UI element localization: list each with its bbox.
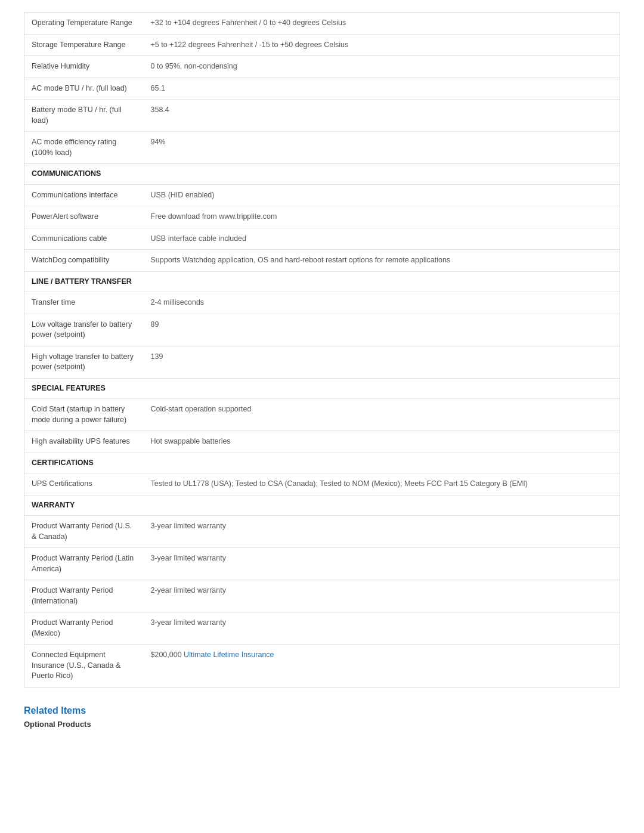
section-header-label: CERTIFICATIONS: [24, 453, 620, 473]
row-value: Supports Watchdog application, OS and ha…: [144, 250, 620, 272]
table-row: AC mode efficiency rating (100% load)94%: [24, 132, 620, 164]
table-row: Communications interfaceUSB (HID enabled…: [24, 184, 620, 206]
table-row: Battery mode BTU / hr. (full load)358.4: [24, 100, 620, 132]
table-row: Relative Humidity0 to 95%, non-condensin…: [24, 56, 620, 78]
row-label: UPS Certifications: [24, 473, 144, 496]
section-header-row: CERTIFICATIONS: [24, 453, 620, 473]
row-label: AC mode efficiency rating (100% load): [24, 132, 144, 164]
row-value: 94%: [144, 132, 620, 164]
row-value: 3-year limited warranty: [144, 516, 620, 548]
row-value: Hot swappable batteries: [144, 431, 620, 453]
row-value: 89: [144, 314, 620, 346]
row-label: Product Warranty Period (Mexico): [24, 612, 144, 645]
row-value: 358.4: [144, 100, 620, 132]
table-row: Connected Equipment Insurance (U.S., Can…: [24, 645, 620, 688]
row-label: Communications interface: [24, 184, 144, 206]
table-row: Product Warranty Period (Mexico)3-year l…: [24, 612, 620, 645]
row-value: +5 to +122 degrees Fahrenheit / -15 to +…: [144, 34, 620, 56]
row-value: Free download from www.tripplite.com: [144, 206, 620, 228]
table-row: Transfer time2-4 milliseconds: [24, 292, 620, 314]
table-row: Product Warranty Period (Latin America)3…: [24, 548, 620, 580]
related-items-title[interactable]: Related Items: [24, 705, 620, 716]
row-value: 2-year limited warranty: [144, 580, 620, 612]
section-header-label: LINE / BATTERY TRANSFER: [24, 271, 620, 292]
section-header-label: SPECIAL FEATURES: [24, 378, 620, 399]
row-label: WatchDog compatibility: [24, 250, 144, 272]
table-row: High voltage transfer to battery power (…: [24, 346, 620, 378]
table-row: High availability UPS featuresHot swappa…: [24, 431, 620, 453]
section-header-row: SPECIAL FEATURES: [24, 378, 620, 399]
related-items-section: Related Items Optional Products: [24, 705, 620, 729]
row-value-text: $200,000: [151, 651, 184, 659]
row-value: 139: [144, 346, 620, 378]
row-label: Connected Equipment Insurance (U.S., Can…: [24, 645, 144, 688]
row-label: Product Warranty Period (International): [24, 580, 144, 612]
row-label: Communications cable: [24, 228, 144, 250]
section-header-label: WARRANTY: [24, 495, 620, 516]
section-header-row: LINE / BATTERY TRANSFER: [24, 271, 620, 292]
table-row: Storage Temperature Range+5 to +122 degr…: [24, 34, 620, 56]
row-label: Product Warranty Period (Latin America): [24, 548, 144, 580]
table-row: Communications cableUSB interface cable …: [24, 228, 620, 250]
row-label: Low voltage transfer to battery power (s…: [24, 314, 144, 346]
row-label: Storage Temperature Range: [24, 34, 144, 56]
table-row: Operating Temperature Range+32 to +104 d…: [24, 13, 620, 35]
row-label: Transfer time: [24, 292, 144, 314]
table-row: Cold Start (startup in battery mode duri…: [24, 399, 620, 431]
row-value: Tested to UL1778 (USA); Tested to CSA (C…: [144, 473, 620, 496]
row-label: Relative Humidity: [24, 56, 144, 78]
row-value: USB (HID enabled): [144, 184, 620, 206]
row-label: High voltage transfer to battery power (…: [24, 346, 144, 378]
section-header-label: COMMUNICATIONS: [24, 164, 620, 185]
row-value: Cold-start operation supported: [144, 399, 620, 431]
row-value: 65.1: [144, 78, 620, 100]
table-row: Product Warranty Period (International)2…: [24, 580, 620, 612]
row-value: $200,000 Ultimate Lifetime Insurance: [144, 645, 620, 688]
row-value: USB interface cable included: [144, 228, 620, 250]
section-header-row: WARRANTY: [24, 495, 620, 516]
row-label: PowerAlert software: [24, 206, 144, 228]
row-value: 2-4 milliseconds: [144, 292, 620, 314]
row-label: AC mode BTU / hr. (full load): [24, 78, 144, 100]
row-label: Battery mode BTU / hr. (full load): [24, 100, 144, 132]
row-value: 0 to 95%, non-condensing: [144, 56, 620, 78]
section-header-row: COMMUNICATIONS: [24, 164, 620, 185]
row-label: Product Warranty Period (U.S. & Canada): [24, 516, 144, 548]
table-row: Product Warranty Period (U.S. & Canada)3…: [24, 516, 620, 548]
table-row: Low voltage transfer to battery power (s…: [24, 314, 620, 346]
insurance-link[interactable]: Ultimate Lifetime Insurance: [184, 651, 274, 659]
spec-table: Operating Temperature Range+32 to +104 d…: [24, 12, 620, 688]
row-value: 3-year limited warranty: [144, 548, 620, 580]
row-label: Operating Temperature Range: [24, 13, 144, 35]
row-label: High availability UPS features: [24, 431, 144, 453]
table-row: WatchDog compatibilitySupports Watchdog …: [24, 250, 620, 272]
row-value: +32 to +104 degrees Fahrenheit / 0 to +4…: [144, 13, 620, 35]
row-label: Cold Start (startup in battery mode duri…: [24, 399, 144, 431]
table-row: AC mode BTU / hr. (full load)65.1: [24, 78, 620, 100]
related-items-subtitle: Optional Products: [24, 720, 620, 729]
row-value: 3-year limited warranty: [144, 612, 620, 645]
table-row: PowerAlert softwareFree download from ww…: [24, 206, 620, 228]
table-row: UPS CertificationsTested to UL1778 (USA)…: [24, 473, 620, 496]
